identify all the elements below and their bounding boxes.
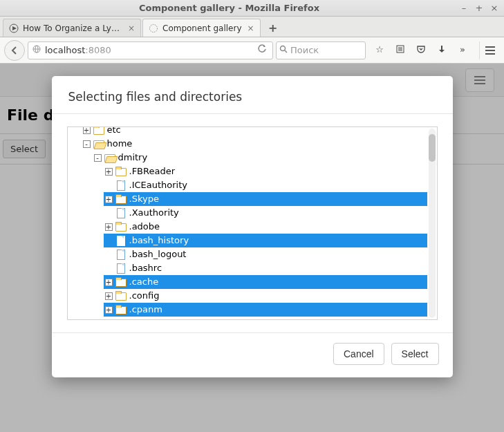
tree-node-label: .ICEauthority	[129, 178, 188, 192]
folder-icon	[104, 153, 115, 162]
search-icon	[279, 45, 288, 55]
folder-icon	[115, 194, 127, 204]
select-button[interactable]: Select	[391, 343, 439, 365]
tab-label: How To Organize a Lynch...	[23, 24, 122, 33]
overflow-icon[interactable]: »	[457, 44, 468, 56]
tree-spacer	[105, 251, 113, 259]
tree-node[interactable]: -home	[68, 137, 427, 151]
tree-node-label: .cpanm	[129, 303, 162, 317]
tree-node-label: .cache	[129, 275, 159, 289]
modal-footer: Cancel Select	[52, 332, 453, 377]
expand-icon[interactable]: +	[105, 196, 113, 203]
svg-marker-1	[12, 26, 17, 30]
file-dialog: Selecting files and directories +etc-hom…	[52, 76, 453, 377]
url-port: :8080	[85, 45, 111, 55]
tree-node[interactable]: +etc	[68, 126, 427, 137]
collapse-icon[interactable]: -	[83, 140, 91, 148]
file-icon	[115, 180, 127, 190]
tree-node-label: .bashrc	[129, 261, 162, 275]
file-tree[interactable]: +etc-home-dmitry+.FBReader.ICEauthority+…	[67, 126, 438, 320]
folder-icon	[115, 167, 127, 176]
reload-icon[interactable]	[254, 44, 270, 56]
close-tab-icon[interactable]: ×	[248, 24, 254, 33]
file-icon	[115, 263, 127, 273]
toolbar-icons: ☆ »	[368, 44, 474, 56]
expand-icon[interactable]: +	[105, 306, 113, 314]
url-bar[interactable]: localhost:8080	[28, 41, 273, 59]
tree-node-label: .adobe	[129, 220, 160, 234]
expand-icon[interactable]: +	[105, 292, 113, 300]
browser-navbar: localhost:8080 Поиск ☆ »	[0, 37, 504, 64]
tree-node[interactable]: -dmitry	[68, 151, 427, 165]
maximize-icon[interactable]: +	[474, 3, 485, 13]
expand-icon[interactable]: +	[105, 223, 113, 231]
globe-icon	[149, 24, 158, 33]
window-buttons: – + ×	[458, 3, 504, 13]
svg-point-7	[281, 46, 286, 51]
close-tab-icon[interactable]: ×	[128, 24, 135, 33]
bookmark-star-icon[interactable]: ☆	[374, 44, 385, 56]
tree-node-label: dmitry	[118, 151, 148, 165]
window-titlebar: Component gallery - Mozilla Firefox – + …	[0, 0, 504, 17]
tab-howto[interactable]: How To Organize a Lynch... ×	[3, 19, 141, 37]
pocket-icon[interactable]	[416, 44, 427, 56]
tree-node[interactable]: +.cache	[68, 275, 427, 289]
browser-menu-button[interactable]	[479, 41, 500, 59]
tree-node[interactable]: +.adobe	[68, 220, 427, 234]
back-button[interactable]	[4, 40, 25, 61]
tree-spacer	[105, 209, 113, 217]
tree-node[interactable]: .bash_logout	[68, 247, 427, 261]
search-bar[interactable]: Поиск	[276, 41, 366, 59]
tree-node[interactable]: .bash_history	[68, 234, 427, 247]
new-tab-button[interactable]: +	[265, 20, 281, 35]
scrollbar-thumb[interactable]	[429, 134, 436, 162]
svg-point-2	[150, 24, 158, 32]
download-icon[interactable]	[436, 44, 447, 56]
collapse-icon[interactable]: -	[94, 154, 102, 162]
expand-icon[interactable]: +	[105, 279, 113, 286]
svg-line-8	[285, 50, 287, 53]
expand-icon[interactable]: +	[105, 168, 113, 176]
tree-node-label: .Xauthority	[129, 206, 179, 220]
close-icon[interactable]: ×	[489, 3, 500, 13]
cancel-button[interactable]: Cancel	[333, 343, 384, 365]
browser-tabstrip: How To Organize a Lynch... × Component g…	[0, 17, 504, 37]
modal-title: Selecting files and directories	[52, 76, 453, 114]
search-placeholder: Поиск	[290, 45, 319, 55]
tree-spacer	[105, 237, 113, 245]
tree-node[interactable]: +.cpanm	[68, 303, 427, 317]
modal-body: +etc-home-dmitry+.FBReader.ICEauthority+…	[52, 114, 453, 332]
tree-node-label: .bash_history	[129, 234, 189, 247]
tree-node[interactable]: +.Skype	[68, 192, 427, 206]
tree-node[interactable]: +.FBReader	[68, 165, 427, 178]
folder-icon	[115, 305, 127, 314]
expand-icon[interactable]: +	[83, 126, 91, 134]
tab-label: Component gallery	[162, 24, 242, 33]
file-icon	[115, 208, 127, 218]
folder-icon	[115, 291, 127, 301]
svg-marker-14	[439, 50, 445, 53]
folder-icon	[115, 222, 127, 232]
tab-component-gallery[interactable]: Component gallery ×	[142, 19, 261, 37]
tree-node[interactable]: +.config	[68, 289, 427, 303]
tree-node[interactable]: .ICEauthority	[68, 178, 427, 192]
window-title: Component gallery - Mozilla Firefox	[0, 3, 458, 13]
reader-icon[interactable]	[395, 44, 406, 56]
tree-spacer	[105, 265, 113, 272]
play-icon	[9, 24, 19, 33]
tree-node-label: .Skype	[129, 192, 159, 206]
tree-node[interactable]: .bashrc	[68, 261, 427, 275]
file-icon	[115, 236, 127, 245]
tree-spacer	[105, 182, 113, 189]
tree-node[interactable]: .Xauthority	[68, 206, 427, 220]
file-icon	[115, 250, 127, 259]
tree-node-label: .bash_logout	[129, 247, 187, 261]
tree-node-label: home	[107, 137, 133, 151]
tree-node-label: .FBReader	[129, 165, 176, 178]
folder-icon	[93, 139, 104, 149]
globe-icon	[31, 44, 42, 56]
folder-icon	[93, 126, 104, 135]
tree-node-label: etc	[107, 126, 121, 137]
folder-icon	[115, 277, 127, 287]
minimize-icon[interactable]: –	[458, 3, 469, 13]
